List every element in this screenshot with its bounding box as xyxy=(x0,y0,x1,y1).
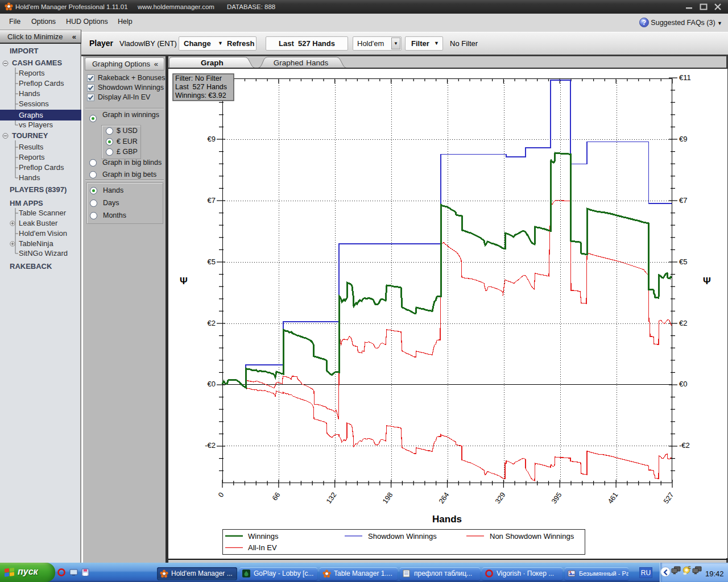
svg-text:-€2: -€2 xyxy=(205,441,216,450)
svg-text:All-In EV: All-In EV xyxy=(248,543,277,552)
svg-text:€5: €5 xyxy=(679,257,687,266)
svg-text:€7: €7 xyxy=(208,196,216,205)
svg-text:Non Showdown Winnings: Non Showdown Winnings xyxy=(490,532,574,541)
svg-text:Last 527 Hands: Last 527 Hands xyxy=(175,83,227,91)
svg-text:Hands: Hands xyxy=(432,514,462,525)
svg-text:€0: €0 xyxy=(208,380,216,388)
svg-text:€0: €0 xyxy=(679,380,687,388)
svg-text:€9: €9 xyxy=(208,135,216,143)
svg-text:Filter: No Filter: Filter: No Filter xyxy=(175,74,222,82)
svg-text:€5: €5 xyxy=(208,257,216,266)
svg-text:Ψ: Ψ xyxy=(703,276,711,286)
svg-text:€7: €7 xyxy=(679,196,687,205)
svg-text:€2: €2 xyxy=(679,319,687,327)
svg-text:Showdown Winnings: Showdown Winnings xyxy=(368,532,437,541)
svg-text:Winnings: €3.92: Winnings: €3.92 xyxy=(175,92,226,99)
svg-text:€9: €9 xyxy=(679,135,687,143)
svg-text:Ψ: Ψ xyxy=(180,276,188,286)
svg-text:€2: €2 xyxy=(208,319,216,327)
svg-text:€11: €11 xyxy=(679,73,691,82)
svg-text:Winnings: Winnings xyxy=(248,532,279,541)
svg-text:-€2: -€2 xyxy=(679,441,690,450)
